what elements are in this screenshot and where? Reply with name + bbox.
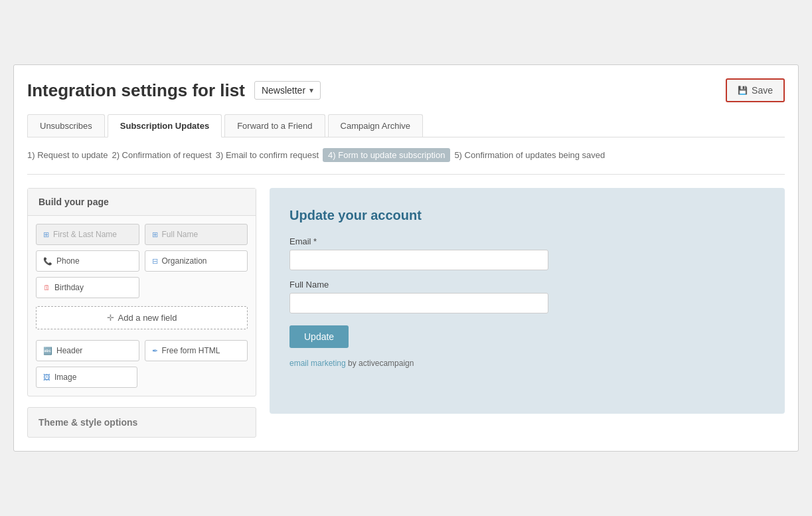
header-left: Integration settings for list Newsletter… xyxy=(27,80,321,101)
save-icon: 💾 xyxy=(738,86,748,95)
field-full-name[interactable]: ⊞ Full Name xyxy=(145,224,248,245)
phone-icon: 📞 xyxy=(43,257,52,266)
field-organization[interactable]: ⊟ Organization xyxy=(145,250,248,272)
header-icon: 🔤 xyxy=(43,347,52,355)
main-content: Build your page ⊞ First & Last Name ⊞ Fu… xyxy=(27,188,785,438)
step-4[interactable]: 4) Form to update subscription xyxy=(323,148,450,162)
build-page-title: Build your page xyxy=(28,189,256,216)
widget-header[interactable]: 🔤 Header xyxy=(36,340,139,361)
right-panel: Update your account Email * Full Name Up… xyxy=(270,188,785,438)
theme-style-title: Theme & style options xyxy=(28,408,256,437)
image-icon: 🖼 xyxy=(43,373,50,381)
preview-box: Update your account Email * Full Name Up… xyxy=(270,188,785,414)
widget-image[interactable]: 🖼 Image xyxy=(36,367,137,388)
widget-free-form-html[interactable]: ✒ Free form HTML xyxy=(145,340,248,361)
step-2[interactable]: 2) Confirmation of request xyxy=(112,150,211,160)
field-icon: ⊞ xyxy=(43,230,49,239)
update-button[interactable]: Update xyxy=(289,325,349,348)
page-title: Integration settings for list xyxy=(27,80,245,101)
tabs-row: Unsubscribes Subscription Updates Forwar… xyxy=(27,114,785,137)
tab-unsubscribes[interactable]: Unsubscribes xyxy=(27,114,105,137)
list-name-label: Newsletter xyxy=(262,85,305,96)
steps-row: 1) Request to update 2) Confirmation of … xyxy=(27,148,785,162)
field-first-last-name[interactable]: ⊞ First & Last Name xyxy=(36,224,139,245)
widget-items: 🔤 Header ✒ Free form HTML 🖼 Image xyxy=(28,335,256,396)
preview-title: Update your account xyxy=(289,208,765,223)
fullname-input[interactable] xyxy=(289,293,548,313)
tab-subscription-updates[interactable]: Subscription Updates xyxy=(108,114,222,137)
email-label: Email * xyxy=(289,236,765,246)
field-phone[interactable]: 📞 Phone xyxy=(36,250,139,272)
add-new-field-button[interactable]: ✛ Add a new field xyxy=(36,306,248,329)
fields-grid: ⊞ First & Last Name ⊞ Full Name 📞 Phone … xyxy=(28,216,256,306)
header-row: Integration settings for list Newsletter… xyxy=(27,78,785,102)
birthday-icon: 🗓 xyxy=(43,284,50,292)
widget-row-2: 🖼 Image xyxy=(36,367,248,388)
step-5[interactable]: 5) Confirmation of updates being saved xyxy=(454,150,605,160)
email-input[interactable] xyxy=(289,250,548,270)
left-panel: Build your page ⊞ First & Last Name ⊞ Fu… xyxy=(27,188,256,438)
field-icon: ⊞ xyxy=(152,230,158,239)
main-container: Integration settings for list Newsletter… xyxy=(13,64,799,452)
fullname-label: Full Name xyxy=(289,280,765,290)
widget-row-1: 🔤 Header ✒ Free form HTML xyxy=(36,340,248,361)
org-icon: ⊟ xyxy=(152,257,158,266)
build-your-page-section: Build your page ⊞ First & Last Name ⊞ Fu… xyxy=(27,188,256,396)
step-3[interactable]: 3) Email to confirm request xyxy=(216,150,319,160)
tab-forward-to-friend[interactable]: Forward to a Friend xyxy=(224,114,325,137)
field-birthday[interactable]: 🗓 Birthday xyxy=(36,277,139,298)
section-divider xyxy=(27,174,785,175)
chevron-down-icon: ▾ xyxy=(309,86,313,95)
footer-text: email marketing by activecampaign xyxy=(289,359,765,368)
step-1[interactable]: 1) Request to update xyxy=(27,150,108,160)
theme-style-section: Theme & style options xyxy=(27,407,256,438)
save-button[interactable]: 💾 Save xyxy=(726,78,785,102)
email-marketing-link[interactable]: email marketing xyxy=(289,359,348,368)
html-icon: ✒ xyxy=(152,347,158,355)
tab-campaign-archive[interactable]: Campaign Archive xyxy=(328,114,424,137)
list-dropdown[interactable]: Newsletter ▾ xyxy=(254,81,321,100)
add-icon: ✛ xyxy=(107,313,114,323)
